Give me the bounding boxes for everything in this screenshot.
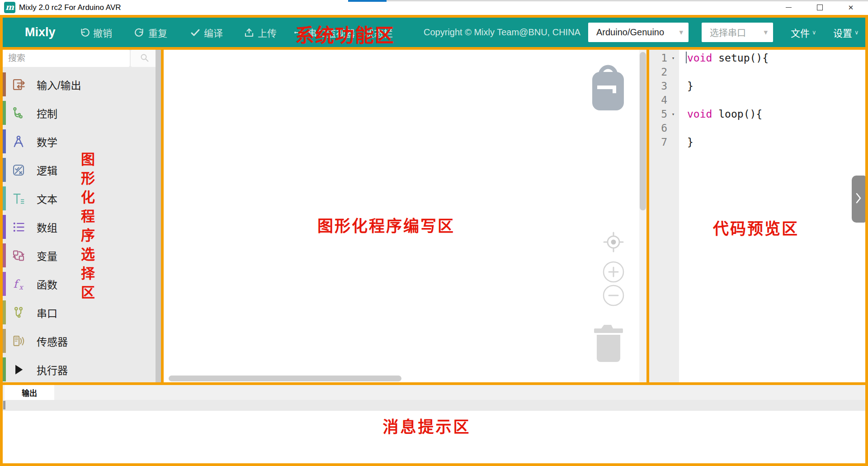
chevron-down-icon: ▾ bbox=[764, 28, 773, 37]
line-number: 3 bbox=[649, 79, 667, 93]
code-preview-panel: 1▾void setup(){ 2 3} 4 5▾void loop(){ 6 … bbox=[649, 50, 865, 382]
minimize-icon bbox=[786, 7, 792, 8]
sidebar-item-serial[interactable]: 串口 bbox=[3, 298, 156, 327]
text-icon bbox=[12, 192, 25, 205]
sidebar-item-actuator[interactable]: 执行器 bbox=[3, 355, 156, 382]
sidebar-item-logic[interactable]: 逻辑 bbox=[3, 156, 156, 184]
category-label: 数学 bbox=[37, 134, 57, 149]
console-caret bbox=[3, 401, 5, 409]
status-bar-button[interactable]: 状态栏 bbox=[364, 18, 393, 47]
category-accent-bar bbox=[3, 357, 6, 381]
upload-label: 上传 bbox=[258, 26, 277, 39]
line-number: 2 bbox=[649, 65, 667, 79]
block-category-sidebar: 输入/输出 控制 数学 逻辑 文本 bbox=[3, 50, 161, 382]
trash-icon[interactable] bbox=[593, 321, 624, 365]
search-input[interactable] bbox=[3, 50, 130, 67]
window-title: Mixly 2.0 rc2 For Arduino AVR bbox=[19, 0, 121, 15]
upload-icon bbox=[244, 27, 255, 38]
code-line: 6 bbox=[649, 121, 865, 135]
line-number: 4 bbox=[649, 93, 667, 107]
sidebar-item-function[interactable]: fx 函数 bbox=[3, 270, 156, 298]
file-menu-button[interactable]: 文件 ∨ bbox=[791, 18, 816, 47]
block-workspace-canvas[interactable] bbox=[164, 50, 646, 382]
search-icon bbox=[139, 52, 151, 65]
category-label: 文本 bbox=[37, 191, 57, 206]
output-console-line bbox=[3, 400, 865, 411]
sidebar-scrollbar[interactable] bbox=[156, 50, 161, 382]
copyright-text: Copyright © Mixly Team@BNU, CHINA bbox=[424, 18, 580, 47]
category-label: 数组 bbox=[37, 219, 57, 235]
code-line: 2 bbox=[649, 65, 865, 79]
canvas-vertical-scrollbar[interactable] bbox=[639, 50, 646, 382]
backpack-icon[interactable] bbox=[589, 62, 627, 115]
search-button[interactable] bbox=[131, 50, 158, 67]
sidebar-item-math[interactable]: 数学 bbox=[3, 127, 156, 156]
undo-button[interactable]: 撤销 bbox=[79, 18, 112, 47]
serial-monitor-label: 串口监视器 bbox=[307, 26, 355, 39]
output-tab-label: 输出 bbox=[22, 387, 37, 398]
svg-text:x: x bbox=[19, 283, 24, 290]
actuator-play-icon bbox=[12, 363, 25, 376]
maximize-button[interactable] bbox=[807, 0, 832, 15]
code-line: 7} bbox=[649, 135, 865, 149]
line-number: 1 bbox=[649, 51, 667, 65]
canvas-vertical-scrollbar-thumb[interactable] bbox=[640, 52, 646, 210]
category-accent-bar bbox=[3, 243, 6, 267]
sidebar-item-control[interactable]: 控制 bbox=[3, 99, 156, 127]
board-select-dropdown[interactable]: Arduino/Genuino ▾ bbox=[588, 23, 689, 42]
category-label: 变量 bbox=[37, 248, 57, 263]
line-number: 6 bbox=[649, 121, 667, 135]
category-label: 逻辑 bbox=[37, 162, 57, 178]
compile-button[interactable]: 编译 bbox=[190, 18, 223, 47]
code-text bbox=[679, 93, 687, 107]
serial-pins-icon bbox=[12, 306, 25, 319]
mixly-logo-icon: m bbox=[4, 2, 15, 13]
expand-panel-tab[interactable] bbox=[852, 176, 865, 223]
chevron-down-icon: ∨ bbox=[854, 29, 859, 36]
chevron-right-icon bbox=[855, 192, 862, 206]
output-panel: 输出 bbox=[3, 385, 865, 463]
settings-menu-button[interactable]: 设置 ∨ bbox=[833, 18, 859, 47]
sidebar-item-variable[interactable]: 变量 bbox=[3, 241, 156, 270]
category-list: 输入/输出 控制 数学 逻辑 文本 bbox=[3, 70, 156, 382]
sensor-icon bbox=[12, 334, 25, 348]
upload-button[interactable]: 上传 bbox=[244, 18, 277, 47]
undo-label: 撤销 bbox=[93, 26, 112, 39]
category-accent-bar bbox=[3, 129, 6, 153]
zoom-out-icon[interactable] bbox=[601, 283, 626, 310]
redo-icon bbox=[134, 27, 145, 38]
zoom-in-icon[interactable] bbox=[601, 259, 626, 286]
redo-label: 重复 bbox=[148, 26, 167, 39]
system-toolbar: Mixly 撤销 重复 编译 上传 串口监视器 状态栏 Copyright © … bbox=[3, 18, 865, 47]
tab-output[interactable]: 输出 bbox=[5, 385, 54, 400]
minimize-button[interactable] bbox=[776, 0, 801, 15]
fold-arrow-icon[interactable]: ▾ bbox=[667, 107, 679, 121]
category-accent-bar bbox=[3, 186, 6, 210]
variable-swap-icon bbox=[12, 249, 25, 262]
code-line: 3} bbox=[649, 79, 865, 93]
sidebar-item-text[interactable]: 文本 bbox=[3, 184, 156, 213]
sidebar-item-array[interactable]: 数组 bbox=[3, 213, 156, 241]
code-lines: 1▾void setup(){ 2 3} 4 5▾void loop(){ 6 … bbox=[649, 51, 865, 149]
mixly-menu-button[interactable]: Mixly bbox=[25, 18, 56, 47]
code-text bbox=[679, 121, 687, 135]
close-button[interactable]: ✕ bbox=[838, 0, 863, 15]
code-line: 5▾void loop(){ bbox=[649, 107, 865, 121]
category-label: 传感器 bbox=[37, 333, 68, 349]
category-accent-bar bbox=[3, 272, 6, 296]
canvas-horizontal-scrollbar-thumb[interactable] bbox=[169, 376, 401, 381]
sidebar-item-sensor[interactable]: 传感器 bbox=[3, 327, 156, 355]
port-select-dropdown[interactable]: 选择串口 ▾ bbox=[702, 23, 773, 42]
serial-monitor-button[interactable]: 串口监视器 bbox=[293, 18, 355, 47]
category-accent-bar bbox=[3, 158, 6, 182]
center-view-icon[interactable] bbox=[601, 229, 626, 257]
sidebar-item-in-out[interactable]: 输入/输出 bbox=[3, 70, 156, 99]
output-tabstrip: 输出 bbox=[3, 385, 865, 400]
redo-button[interactable]: 重复 bbox=[134, 18, 167, 47]
fold-arrow-icon[interactable]: ▾ bbox=[667, 51, 679, 65]
code-text: void setup(){ bbox=[679, 51, 769, 65]
file-menu-label: 文件 bbox=[791, 26, 810, 39]
category-label: 函数 bbox=[37, 276, 57, 292]
in-out-icon bbox=[12, 78, 25, 91]
chevron-down-icon: ∨ bbox=[812, 29, 816, 36]
